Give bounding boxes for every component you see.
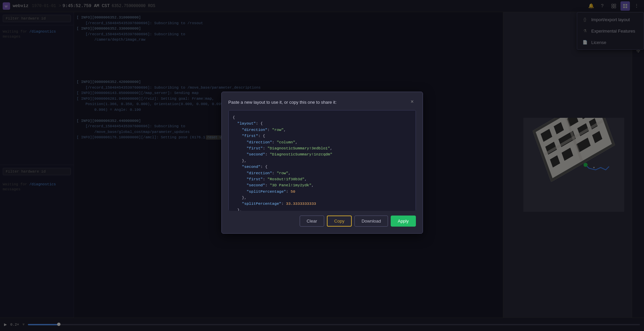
apply-button[interactable]: Apply [391,216,416,227]
modal-header: Paste a new layout to use it, or copy th… [228,99,416,105]
import-export-modal: Paste a new layout to use it, or copy th… [221,92,423,234]
layout-code-box[interactable]: { "layout": { "direction": "row", "first… [228,110,416,211]
modal-actions: Clear Copy Download Apply [228,216,416,227]
clear-button[interactable]: Clear [300,216,324,227]
modal-close-btn[interactable]: × [409,99,416,105]
download-button[interactable]: Download [354,216,388,227]
modal-title: Paste a new layout to use it, or copy th… [228,100,337,105]
copy-button[interactable]: Copy [327,216,352,227]
